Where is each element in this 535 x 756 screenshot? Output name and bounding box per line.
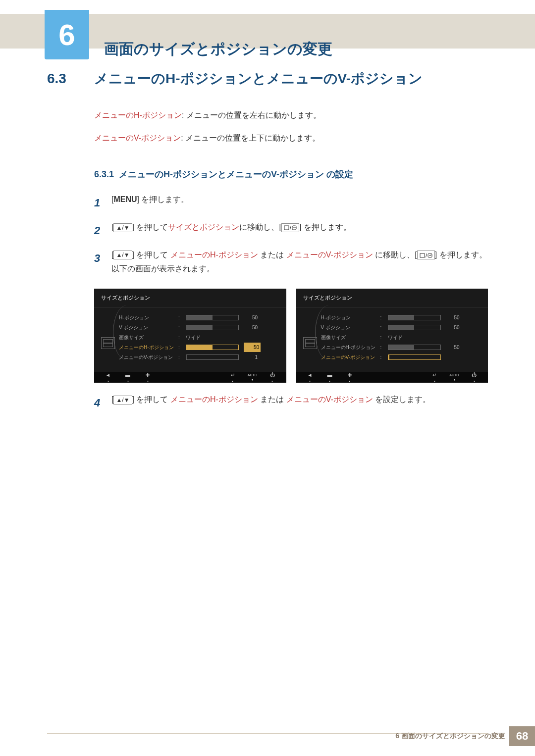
osd-power-icon: ⏻▾ bbox=[469, 374, 479, 381]
osd-auto-icon: AUTO▾ bbox=[449, 374, 459, 381]
subsection-title: 6.3.1 メニューのH-ポジションとメニューのV-ポジション の設定 bbox=[94, 166, 488, 183]
page-number: 68 bbox=[509, 726, 535, 746]
footer-chapter-label: 6 画面のサイズとポジションの変更 bbox=[395, 732, 505, 741]
osd-enter-icon: ↵▾ bbox=[429, 374, 439, 381]
osd-back-icon: ◄▾ bbox=[103, 374, 113, 381]
osd-back-icon: ◄▾ bbox=[305, 374, 315, 381]
enter-key-icon: / bbox=[281, 223, 299, 232]
section-number: 6.3 bbox=[47, 71, 94, 87]
osd-category-icon bbox=[303, 337, 317, 349]
osd-minus-icon: ▬▾ bbox=[325, 374, 335, 381]
osd-power-icon: ⏻▾ bbox=[268, 374, 277, 381]
step-2: 2 [▲/▼] を押してサイズとポジションに移動し、[/] を押します。 bbox=[94, 220, 488, 241]
osd-minus-icon: ▬▾ bbox=[123, 374, 133, 381]
svg-text:/: / bbox=[426, 253, 427, 258]
chapter-number-badge: 6 bbox=[45, 10, 89, 59]
svg-text:/: / bbox=[290, 225, 291, 231]
step-4: 4 [▲/▼] を押して メニューのH-ポジション または メニューのV-ポジシ… bbox=[94, 393, 488, 413]
updown-key-icon: ▲/▼ bbox=[113, 223, 132, 232]
osd-enter-icon: ↵▾ bbox=[228, 374, 238, 381]
description-v: メニューのV-ポジション: メニューの位置を上下に動かします。 bbox=[94, 131, 488, 146]
enter-key-icon: / bbox=[417, 251, 435, 259]
osd-menu-h-selected: サイズとポジション H-ポジション:50 V-ポジション:50 画像サイズ:ワイ… bbox=[94, 289, 286, 383]
step-3: 3 [▲/▼] を押して メニューのH-ポジション または メニューのV-ポジシ… bbox=[94, 248, 488, 277]
osd-plus-icon: ✚▾ bbox=[345, 374, 355, 381]
description-h: メニューのH-ポジション: メニューの位置を左右に動かします。 bbox=[94, 108, 488, 123]
updown-key-icon: ▲/▼ bbox=[113, 251, 132, 259]
osd-menu-v-selected: サイズとポジション H-ポジション:50 V-ポジション:50 画像サイズ:ワイ… bbox=[296, 289, 488, 383]
updown-key-icon: ▲/▼ bbox=[113, 396, 132, 404]
section-title: メニューのH-ポジションとメニューのV-ポジション bbox=[94, 69, 423, 88]
osd-plus-icon: ✚▾ bbox=[143, 374, 153, 381]
chapter-title: 画面のサイズとポジションの変更 bbox=[104, 39, 332, 59]
step-1: 1 [MENU] を押します。 bbox=[94, 193, 488, 213]
osd-category-icon bbox=[101, 337, 115, 349]
osd-auto-icon: AUTO▾ bbox=[248, 374, 258, 381]
svg-rect-3 bbox=[420, 253, 425, 257]
svg-rect-0 bbox=[284, 226, 289, 230]
